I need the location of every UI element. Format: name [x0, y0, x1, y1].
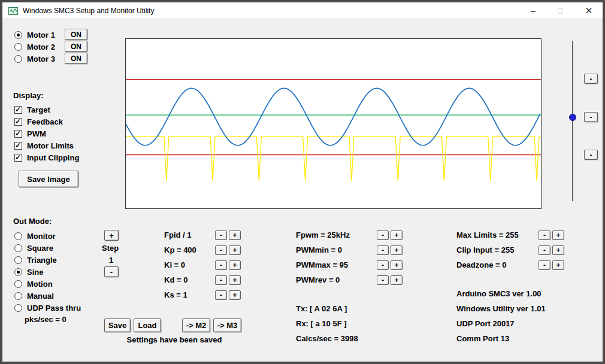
motor-2-radio[interactable]: [14, 43, 22, 51]
pwmmax-label: PWMmax = 95: [296, 260, 348, 269]
tx-readout: Tx: [ A 02 6A ]: [296, 304, 347, 313]
motor-2-row: Motor 2 ON: [14, 41, 104, 52]
to-m3-button[interactable]: -> M3: [213, 318, 241, 332]
kd-label: Kd = 0: [164, 275, 187, 284]
deadzone-spinner: - +: [539, 260, 564, 270]
step-plus-button[interactable]: +: [104, 230, 119, 241]
pwmrev-plus-button[interactable]: +: [391, 275, 403, 285]
pwmrev-minus-button[interactable]: -: [377, 275, 389, 285]
scope-upper-minus-button[interactable]: -: [584, 74, 598, 84]
display-input-clipping-checkbox[interactable]: [14, 154, 22, 162]
outmode-sine-radio[interactable]: [14, 268, 22, 276]
ks-minus-button[interactable]: -: [215, 290, 227, 300]
display-motor-limits-label: Motor Limits: [27, 141, 74, 150]
kd-plus-button[interactable]: +: [229, 275, 241, 285]
fpwm-plus-button[interactable]: +: [391, 230, 403, 240]
outmode-manual-row: Manual: [14, 290, 54, 301]
ks-plus-button[interactable]: +: [229, 290, 241, 300]
outmode-udp-pass-thru-label: UDP Pass thru: [27, 304, 81, 313]
settings-status: Settings have been saved: [105, 335, 243, 344]
clip-input-plus-button[interactable]: +: [552, 245, 564, 255]
motor-3-on-button[interactable]: ON: [65, 53, 87, 64]
outmode-udp-pass-thru-row: UDP Pass thru: [14, 302, 81, 313]
ks-label: Ks = 1: [164, 290, 187, 299]
ks-spinner: - +: [215, 290, 241, 300]
outmode-manual-radio[interactable]: [14, 292, 22, 300]
clip-input-minus-button[interactable]: -: [539, 245, 550, 255]
display-feedback-checkbox[interactable]: [14, 118, 22, 126]
display-target-label: Target: [27, 105, 50, 114]
max-limits-minus-button[interactable]: -: [539, 230, 550, 240]
display-target-row: Target: [14, 104, 50, 115]
motor-1-radio[interactable]: [14, 31, 22, 39]
pwmmax-spinner: - +: [377, 260, 403, 270]
outmode-sine-label: Sine: [27, 268, 43, 277]
display-motor-limits-row: Motor Limits: [14, 140, 74, 151]
kd-minus-button[interactable]: -: [215, 275, 227, 285]
outmode-monitor-radio[interactable]: [14, 232, 22, 240]
pwmmax-minus-button[interactable]: -: [377, 260, 389, 270]
motor-1-label: Motor 1: [27, 31, 55, 40]
outmode-triangle-radio[interactable]: [14, 256, 22, 264]
scope-slider-track[interactable]: [572, 41, 573, 201]
fpid-minus-button[interactable]: -: [215, 230, 227, 240]
display-target-checkbox[interactable]: [14, 106, 22, 114]
pwmmin-plus-button[interactable]: +: [391, 245, 403, 255]
scope-chart: [125, 38, 542, 209]
max-limits-plus-button[interactable]: +: [552, 230, 564, 240]
max-limits-spinner: - +: [539, 230, 564, 240]
motor-1-on-button[interactable]: ON: [65, 29, 87, 40]
ki-plus-button[interactable]: +: [229, 260, 241, 270]
ki-minus-button[interactable]: -: [215, 260, 227, 270]
pwmmin-spinner: - +: [377, 245, 403, 255]
pwmmax-plus-button[interactable]: +: [391, 260, 403, 270]
fpwm-spinner: - +: [377, 230, 403, 240]
step-minus-button[interactable]: -: [104, 266, 119, 277]
motor-3-radio[interactable]: [14, 55, 22, 63]
display-input-clipping-row: Input Clipping: [14, 152, 79, 163]
step-label: Step: [102, 244, 119, 253]
rx-readout: Rx: [ a 10 5F ]: [296, 319, 347, 328]
deadzone-minus-button[interactable]: -: [539, 260, 550, 270]
pwmmin-minus-button[interactable]: -: [377, 245, 389, 255]
utility-version: Windows Utility ver 1.01: [456, 304, 546, 313]
display-feedback-row: Feedback: [14, 116, 63, 127]
kp-plus-button[interactable]: +: [229, 245, 241, 255]
load-button[interactable]: Load: [134, 318, 161, 332]
save-button[interactable]: Save: [104, 318, 131, 332]
outmode-square-radio[interactable]: [14, 244, 22, 252]
motor-3-row: Motor 3 ON: [14, 53, 104, 64]
fpid-plus-button[interactable]: +: [229, 230, 241, 240]
comm-port: Comm Port 13: [456, 334, 509, 343]
display-heading: Display:: [13, 91, 44, 100]
to-m2-button[interactable]: -> M2: [182, 318, 210, 332]
pwmrev-spinner: - +: [377, 275, 403, 285]
pwmmin-label: PWMmin = 0: [296, 245, 342, 254]
kp-minus-button[interactable]: -: [215, 245, 227, 255]
outmode-monitor-row: Monitor: [14, 230, 56, 241]
motor-2-on-button[interactable]: ON: [65, 41, 87, 52]
outmode-monitor-label: Monitor: [27, 232, 56, 241]
scope-slider-thumb[interactable]: [569, 114, 576, 121]
outmode-square-label: Square: [27, 244, 53, 253]
display-motor-limits-checkbox[interactable]: [14, 142, 22, 150]
maximize-icon[interactable]: □: [548, 2, 572, 19]
outmode-motion-radio[interactable]: [14, 280, 22, 288]
outmode-udp-pass-thru-radio[interactable]: [14, 304, 22, 312]
step-value: 1: [109, 256, 113, 265]
display-pwm-checkbox[interactable]: [14, 130, 22, 138]
titlebar: Windows SMC3 Setup and Monitor Utility –…: [2, 2, 603, 19]
fpwm-minus-button[interactable]: -: [377, 230, 389, 240]
motor-1-row: Motor 1 ON: [14, 29, 104, 40]
outmode-triangle-row: Triangle: [14, 254, 57, 265]
ki-spinner: - +: [215, 260, 241, 270]
scope-lower-minus-button[interactable]: -: [584, 150, 598, 160]
app-icon: [8, 7, 18, 15]
outmode-motion-row: Motion: [14, 278, 53, 289]
scope-center-minus-button[interactable]: -: [584, 112, 598, 122]
close-icon[interactable]: ✕: [575, 2, 603, 19]
minimize-icon[interactable]: –: [521, 2, 545, 19]
max-limits-label: Max Limits = 255: [456, 230, 519, 239]
deadzone-plus-button[interactable]: +: [552, 260, 564, 270]
save-image-button[interactable]: Save Image: [19, 171, 78, 187]
